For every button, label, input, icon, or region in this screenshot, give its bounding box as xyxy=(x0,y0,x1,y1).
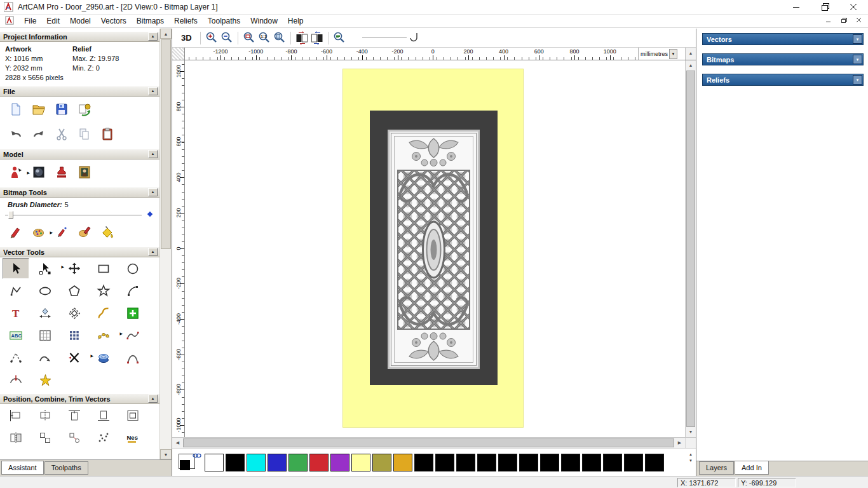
text-on-curve-icon[interactable]: ABC xyxy=(3,325,29,346)
polygon-tool-icon[interactable] xyxy=(61,280,88,301)
colour-swatch[interactable] xyxy=(561,454,580,471)
new-model-icon[interactable] xyxy=(8,101,24,118)
paste-along-curve-icon[interactable] xyxy=(90,325,117,346)
import-export-icon[interactable] xyxy=(76,101,93,118)
paste-icon[interactable] xyxy=(99,126,116,142)
vector-doctor-icon[interactable] xyxy=(32,369,58,390)
colour-swatch[interactable] xyxy=(582,454,601,471)
star-tool-icon[interactable] xyxy=(90,280,117,301)
colour-swatch[interactable] xyxy=(351,454,370,471)
paint-icon[interactable] xyxy=(8,224,24,240)
undo-icon[interactable] xyxy=(8,126,24,142)
zoom-1to1-icon[interactable]: 1:1 xyxy=(257,30,272,46)
colour-swatch[interactable] xyxy=(205,454,224,471)
menu-window[interactable]: Window xyxy=(245,15,283,27)
drawing-viewport[interactable] xyxy=(185,60,685,437)
scroll-down-icon[interactable]: ▼ xyxy=(160,449,172,459)
chevron-down-icon[interactable]: ▼ xyxy=(853,34,862,44)
scrollbar-thumb[interactable] xyxy=(183,438,674,447)
zoom-page-icon[interactable] xyxy=(272,30,287,46)
lighting-material-icon[interactable] xyxy=(31,164,47,180)
node-editing-icon[interactable] xyxy=(32,258,58,279)
colour-swatch[interactable] xyxy=(645,454,664,471)
collapse-button[interactable]: ▲ xyxy=(148,87,158,95)
chevron-down-icon[interactable]: ▼ xyxy=(853,75,862,85)
tab-toolpaths[interactable]: Toolpaths xyxy=(44,461,88,475)
notes-stamp-icon[interactable] xyxy=(53,164,70,180)
snap-icon[interactable] xyxy=(61,427,88,448)
nesting-icon[interactable]: Nes xyxy=(119,427,146,448)
colour-swatch[interactable] xyxy=(226,454,245,471)
menu-file[interactable]: File xyxy=(19,15,41,27)
linked-colour-swatch[interactable] xyxy=(179,452,201,472)
colour-swatch[interactable] xyxy=(247,454,266,471)
redo-icon[interactable] xyxy=(31,126,47,142)
align-bottom-icon[interactable] xyxy=(90,405,117,426)
restore-button[interactable] xyxy=(811,0,839,15)
polyline-tool-icon[interactable] xyxy=(3,280,29,301)
cut-icon[interactable] xyxy=(53,126,70,142)
tab-add-in[interactable]: Add In xyxy=(735,461,769,475)
zoom-in-icon[interactable] xyxy=(204,30,219,46)
menu-toolpaths[interactable]: Toolpaths xyxy=(203,15,245,27)
fit-arcs-icon[interactable] xyxy=(119,347,146,368)
colour-swatch[interactable] xyxy=(372,454,391,471)
colour-swatch[interactable] xyxy=(309,454,329,471)
collapse-button[interactable]: ▲ xyxy=(148,395,158,403)
chevron-down-icon[interactable]: ▼ xyxy=(669,49,677,59)
paste-replace-icon[interactable] xyxy=(119,302,146,323)
text-tool-icon[interactable]: T xyxy=(3,302,29,323)
create-swept-icon[interactable] xyxy=(90,347,117,368)
fillet-tool-icon[interactable] xyxy=(90,302,117,323)
paint-selective-icon[interactable] xyxy=(31,224,47,240)
trim-vectors-icon[interactable] xyxy=(61,347,88,368)
mdi-restore-button[interactable] xyxy=(839,16,849,25)
save-model-icon[interactable] xyxy=(53,101,70,118)
brush-diameter-slider[interactable] xyxy=(5,210,142,219)
align-top-icon[interactable] xyxy=(61,405,88,426)
menu-model[interactable]: Model xyxy=(65,15,96,27)
scrollbar-thumb[interactable] xyxy=(686,71,695,427)
toggle-vector-view-icon[interactable] xyxy=(309,30,325,46)
measure-tool-icon[interactable] xyxy=(32,302,58,323)
toggle-bitmap-view-icon[interactable] xyxy=(294,30,309,46)
colour-swatch[interactable] xyxy=(393,454,412,471)
colour-swatch[interactable] xyxy=(288,454,308,471)
scroll-down-icon[interactable]: ▼ xyxy=(686,427,696,437)
canvas-vertical-scrollbar[interactable]: ▲ ▼ xyxy=(685,60,696,437)
zoom-out-icon[interactable] xyxy=(219,30,234,46)
menu-help[interactable]: Help xyxy=(283,15,309,27)
assistant-scrollbar[interactable]: ▲ ▼ xyxy=(159,29,172,459)
mdi-close-button[interactable] xyxy=(854,16,864,25)
zoom-objects-icon[interactable] xyxy=(332,30,347,46)
open-model-icon[interactable] xyxy=(31,101,47,118)
scrollbar-thumb[interactable] xyxy=(161,39,171,249)
set-model-size-icon[interactable] xyxy=(8,164,24,180)
scatter-icon[interactable] xyxy=(90,427,117,448)
chevron-down-icon[interactable]: ▼ xyxy=(853,55,862,64)
mdi-minimize-button[interactable] xyxy=(824,16,834,25)
scroll-up-icon[interactable]: ▲ xyxy=(686,60,696,71)
tab-layers[interactable]: Layers xyxy=(699,461,734,475)
close-vector-icon[interactable] xyxy=(3,347,29,368)
scroll-up-icon[interactable]: ▲ xyxy=(685,48,696,60)
section-profile-icon[interactable] xyxy=(3,369,29,390)
colour-swatch[interactable] xyxy=(414,454,433,471)
arc-tool-icon[interactable] xyxy=(119,280,146,301)
scroll-right-icon[interactable]: ▶ xyxy=(674,438,685,448)
colour-swatch[interactable] xyxy=(456,454,475,471)
colour-swatch[interactable] xyxy=(624,454,643,471)
panel-header-bitmaps[interactable]: Bitmaps▼ xyxy=(702,53,864,65)
menu-reliefs[interactable]: Reliefs xyxy=(169,15,203,27)
join-vectors-icon[interactable] xyxy=(32,347,58,368)
copy-icon[interactable] xyxy=(76,126,93,142)
units-selector[interactable]: millimetres ▼ xyxy=(638,48,685,60)
collapse-button[interactable]: ▲ xyxy=(148,150,158,158)
envelope-distort-icon[interactable] xyxy=(32,325,58,346)
colour-swatch[interactable] xyxy=(519,454,538,471)
colour-swatch[interactable] xyxy=(435,454,454,471)
scroll-left-icon[interactable]: ◀ xyxy=(172,438,183,448)
circle-tool-icon[interactable] xyxy=(119,258,146,279)
zoom-box-icon[interactable] xyxy=(241,30,257,46)
colour-swatch[interactable] xyxy=(268,454,287,471)
